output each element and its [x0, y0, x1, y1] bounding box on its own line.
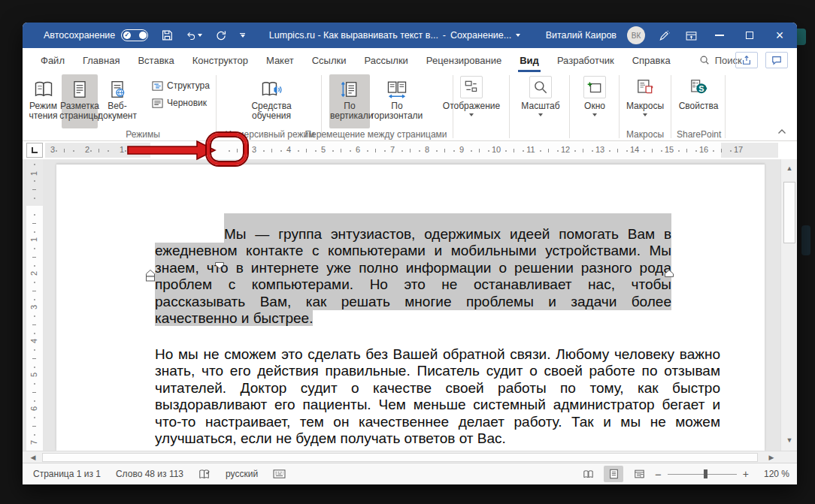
quick-access-toolbar-menu-button[interactable] [240, 33, 245, 38]
ruler-tick [523, 150, 524, 152]
group-label-modes: Режимы [101, 129, 184, 140]
tab-home[interactable]: Главная [74, 48, 129, 72]
minimize-icon [715, 35, 724, 36]
undo-button[interactable] [186, 27, 202, 44]
vertical-ruler[interactable]: 11234567 [26, 159, 43, 451]
macros-button[interactable]: Макросы [624, 74, 666, 128]
tab-developer[interactable]: Разработчик [548, 48, 623, 72]
ruler-tick [34, 282, 35, 283]
zoom-level[interactable]: 120 % [755, 469, 789, 479]
saving-status[interactable]: Сохранение... [450, 30, 511, 41]
saving-status-caret-icon[interactable] [516, 34, 520, 37]
tab-layout[interactable]: Макет [257, 48, 303, 72]
display-caret-icon [469, 113, 474, 116]
input-indicator-icon[interactable] [273, 469, 286, 479]
paragraph[interactable]: Но мы не сможем это сделать без Вашей об… [155, 346, 720, 447]
read-mode-view-button[interactable] [578, 466, 598, 482]
comments-button[interactable] [765, 52, 788, 68]
outline-icon [152, 80, 163, 92]
tab-help[interactable]: Справка [623, 48, 680, 72]
tab-references[interactable]: Ссылки [303, 48, 356, 72]
print-layout-button[interactable]: Разметка страницы [62, 74, 98, 128]
ruler-number: 3 [29, 302, 40, 312]
collapse-ribbon-button[interactable] [777, 126, 786, 137]
language-indicator[interactable]: русский [226, 469, 258, 479]
scroll-down-button[interactable]: ▼ [783, 434, 795, 446]
ink-pen-button[interactable] [656, 27, 672, 44]
ruler-number: 6 [29, 403, 40, 414]
ruler-tick [34, 231, 35, 233]
zoom-slider[interactable] [668, 469, 737, 479]
draft-label: Черновик [167, 98, 207, 108]
maximize-button[interactable] [740, 26, 759, 45]
word-count[interactable]: Слово 48 из 113 [116, 469, 183, 479]
page-count[interactable]: Страница 1 из 1 [33, 469, 101, 479]
page-layout-icon [70, 79, 89, 100]
macros-caret-icon [643, 113, 647, 116]
proofing-icon[interactable] [198, 469, 211, 480]
first-line-indent-marker[interactable] [215, 262, 224, 269]
zoom-slider-thumb[interactable] [704, 469, 707, 478]
ruler-tick [678, 150, 680, 152]
user-name[interactable]: Виталий Каиров [546, 30, 617, 41]
tab-view[interactable]: Вид [511, 48, 548, 72]
print-layout-view-button[interactable] [604, 466, 623, 482]
ruler-tick [644, 150, 645, 152]
scroll-right-button[interactable]: ▶ [764, 452, 779, 463]
draft-view-button[interactable]: Черновик [152, 95, 207, 110]
paragraph-selected[interactable]: Мы — группа энтузиастов, одержимых идеей… [155, 226, 671, 327]
minimize-button[interactable] [710, 26, 729, 45]
window-dropdown-button[interactable]: Окно [574, 74, 615, 128]
read-mode-button[interactable]: Режим чтения [26, 74, 61, 128]
autosave-control[interactable]: Автосохранение ✓ [44, 29, 148, 41]
group-divider [569, 75, 570, 138]
ribbon-display-options-button[interactable] [683, 27, 699, 44]
qat-caret-icon [241, 35, 245, 38]
learning-tools-button[interactable]: Средства обучения [245, 74, 298, 128]
display-dropdown-button[interactable]: Отображение [438, 74, 505, 128]
draft-icon [152, 98, 163, 109]
close-button[interactable]: × [770, 26, 789, 45]
tab-review[interactable]: Рецензирование [417, 48, 511, 72]
zoom-out-button[interactable]: − [655, 468, 662, 481]
web-layout-button[interactable]: Веб-документ [98, 74, 136, 128]
document-page[interactable]: Мы — группа энтузиастов, одержимых идеей… [56, 164, 765, 451]
ruler-tick [32, 223, 36, 224]
redo-button[interactable] [213, 27, 229, 44]
ruler-number: 5 [29, 370, 40, 380]
document-area: 11234567 Мы — группа энтузиастов, одержи… [23, 159, 797, 451]
web-layout-view-button[interactable] [629, 466, 649, 482]
tab-design[interactable]: Конструктор [183, 48, 257, 72]
check-icon: ✓ [123, 32, 131, 39]
outline-view-button[interactable]: Структура [152, 78, 210, 93]
zoom-in-button[interactable]: + [743, 468, 749, 480]
vertical-movement-button[interactable]: По вертикали [329, 74, 370, 128]
autosave-toggle[interactable]: ✓ [121, 29, 148, 41]
tab-file[interactable]: Файл [32, 48, 74, 72]
tab-insert[interactable]: Вставка [129, 48, 183, 72]
properties-button[interactable]: S Свойства [677, 74, 720, 128]
tab-stop-selector[interactable] [26, 143, 43, 158]
avatar[interactable]: ВК [627, 26, 645, 44]
ribbon: Режим чтения Разметка страницы Веб-докум… [23, 72, 797, 141]
group-label-movement: Перемещение между страницами [301, 129, 451, 140]
horizontal-scrollbar-thumb[interactable] [42, 453, 758, 462]
status-bar: Страница 1 из 1 Слово 48 из 113 русский [23, 463, 797, 484]
zoom-dropdown-button[interactable]: Масштаб [516, 74, 565, 128]
scroll-up-button[interactable]: ▲ [783, 162, 795, 174]
ruler-tick [341, 149, 341, 152]
hanging-indent-marker[interactable] [146, 270, 155, 282]
undo-dropdown-caret[interactable] [198, 34, 202, 37]
right-indent-marker[interactable] [665, 270, 674, 277]
pen-icon [658, 29, 671, 42]
outline-label: Структура [167, 80, 210, 91]
save-button[interactable] [159, 27, 175, 44]
vertical-scrollbar[interactable]: ▲ ▼ [780, 159, 797, 451]
tab-mailings[interactable]: Рассылки [355, 48, 417, 72]
share-button[interactable] [735, 52, 758, 68]
horizontal-scrollbar[interactable]: ◀ ▶ [23, 451, 797, 463]
vertical-scrollbar-thumb[interactable] [783, 182, 795, 243]
horizontal-movement-button[interactable]: По горизонтали [371, 74, 423, 128]
scroll-left-button[interactable]: ◀ [26, 452, 41, 463]
ruler-tick [34, 214, 35, 216]
